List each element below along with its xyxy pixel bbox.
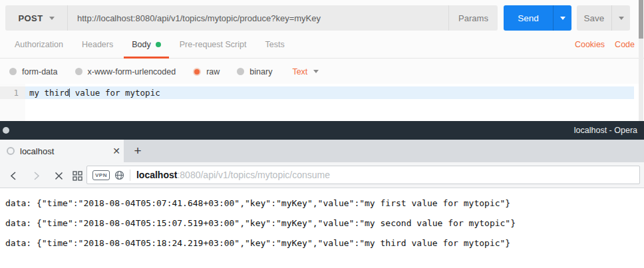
mode-binary[interactable]: binary — [237, 67, 272, 76]
opera-window: localhost - Opera localhost ✕ + — [0, 121, 644, 268]
back-button[interactable] — [5, 168, 21, 184]
editor-text[interactable]: my third value for mytopic — [25, 86, 634, 99]
radio-icon — [237, 68, 244, 75]
page-content: data: {"time":"2018-08-04T05:07:41.648+0… — [0, 188, 644, 268]
screen: POST http://localhost:8080/api/v1/topics… — [0, 0, 644, 268]
tab-close-icon[interactable]: ✕ — [109, 146, 124, 156]
url-group: POST http://localhost:8080/api/v1/topics… — [5, 5, 498, 31]
address-bar[interactable]: VPN localhost :8080/api/v1/topics/mytopi… — [86, 166, 640, 184]
code-link[interactable]: Code — [615, 40, 635, 49]
browser-tab-localhost[interactable]: localhost ✕ — [0, 140, 124, 162]
mode-label: form-data — [22, 67, 58, 76]
close-icon — [55, 172, 63, 180]
postman-window: POST http://localhost:8080/api/v1/topics… — [0, 0, 644, 121]
text-after-cursor: value for mytopic — [70, 88, 160, 98]
request-bar: POST http://localhost:8080/api/v1/topics… — [0, 5, 644, 31]
grid-icon — [73, 171, 82, 181]
radio-selected-icon — [193, 68, 201, 76]
save-split-button: Save — [577, 5, 630, 31]
radio-icon — [75, 68, 82, 75]
radio-icon — [9, 68, 17, 75]
favicon-loading-icon — [7, 147, 15, 155]
body-present-dot-icon — [156, 42, 161, 47]
tab-title: localhost — [20, 146, 109, 156]
request-links: Cookies Code — [575, 31, 635, 59]
mode-x-www-form-urlencoded[interactable]: x-www-form-urlencoded — [75, 67, 176, 76]
chevron-down-icon — [49, 17, 55, 20]
tab-body[interactable]: Body — [124, 31, 169, 58]
save-button[interactable]: Save — [577, 5, 611, 31]
editor-line: 1 my third value for mytopic — [0, 86, 644, 99]
site-info-button[interactable] — [114, 170, 124, 180]
address-path: :8080/api/v1/topics/mytopic/consume — [177, 170, 330, 180]
send-options-button[interactable] — [553, 5, 571, 31]
window-title: localhost - Opera — [574, 121, 637, 140]
speed-dial-button[interactable] — [69, 168, 85, 184]
body-mode-row: form-data x-www-form-urlencoded raw bina… — [0, 59, 644, 84]
tab-tests[interactable]: Tests — [257, 31, 292, 58]
method-label: POST — [19, 13, 43, 23]
line-number: 1 — [0, 86, 25, 99]
cookies-link[interactable]: Cookies — [575, 40, 605, 49]
mode-form-data[interactable]: form-data — [9, 67, 58, 76]
mode-raw[interactable]: raw — [193, 67, 220, 76]
opera-titlebar: localhost - Opera — [0, 121, 644, 140]
sse-data-line: data: {"time":"2018-08-04T05:07:41.648+0… — [5, 194, 644, 213]
body-editor[interactable]: 1 my third value for mytopic — [0, 84, 644, 121]
sse-data-line: data: {"time":"2018-08-04T05:15:07.519+0… — [5, 213, 644, 233]
tab-headers[interactable]: Headers — [74, 31, 121, 58]
tab-label: Body — [132, 40, 151, 49]
tab-label: Authorization — [15, 40, 63, 49]
mode-label: raw — [206, 67, 220, 76]
raw-type-label: Text — [292, 67, 307, 76]
send-split-button: Send — [504, 5, 571, 31]
scrollbar[interactable] — [639, 0, 643, 121]
text-before-cursor: my third — [29, 88, 69, 98]
tab-label: Headers — [82, 40, 113, 49]
url-input[interactable]: http://localhost:8080/api/v1/topics/myto… — [68, 5, 448, 31]
params-button[interactable]: Params — [448, 5, 498, 31]
send-button[interactable]: Send — [504, 5, 553, 31]
stop-button[interactable] — [51, 168, 67, 184]
chevron-down-icon — [619, 17, 624, 20]
sse-data-line: data: {"time":"2018-08-04T05:18:24.219+0… — [5, 233, 644, 253]
method-dropdown[interactable]: POST — [5, 5, 68, 31]
titlebar-dot-icon — [3, 127, 9, 134]
chevron-left-icon — [9, 172, 18, 180]
address-host: localhost — [136, 170, 177, 180]
opera-toolbar: VPN localhost :8080/api/v1/topics/mytopi… — [0, 162, 644, 188]
tab-label: Pre-request Script — [180, 40, 247, 49]
globe-icon — [114, 170, 124, 180]
request-tabs: Authorization Headers Body Pre-request S… — [0, 31, 644, 59]
scrollbar-thumb[interactable] — [639, 0, 643, 39]
vpn-badge[interactable]: VPN — [92, 170, 110, 180]
tab-label: Tests — [265, 40, 284, 49]
mode-label: x-www-form-urlencoded — [88, 67, 176, 76]
tab-authorization[interactable]: Authorization — [7, 31, 71, 58]
new-tab-button[interactable]: + — [128, 140, 148, 162]
opera-tabstrip: localhost ✕ + — [0, 140, 644, 162]
save-options-button[interactable] — [611, 5, 630, 31]
address-separator — [130, 170, 130, 181]
tab-pre-request-script[interactable]: Pre-request Script — [172, 31, 255, 58]
chevron-right-icon — [32, 172, 41, 180]
forward-button[interactable] — [28, 168, 44, 184]
chevron-down-icon — [560, 17, 565, 20]
mode-label: binary — [249, 67, 272, 76]
raw-type-dropdown[interactable]: Text — [292, 67, 319, 76]
chevron-down-icon — [313, 70, 319, 73]
